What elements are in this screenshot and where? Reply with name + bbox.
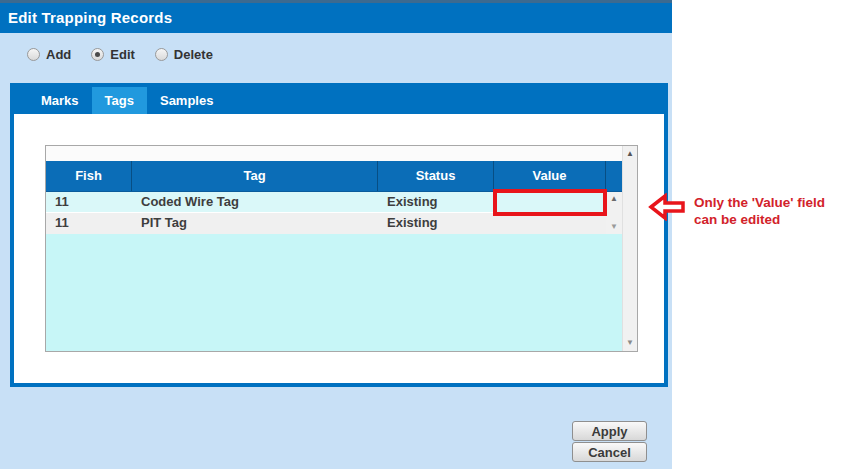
tab-tags[interactable]: Tags: [92, 87, 147, 114]
annotation-line1: Only the 'Value' field: [694, 194, 825, 211]
annotation-arrow-icon: [648, 193, 686, 221]
dialog-title-bar: Edit Trapping Records: [0, 0, 672, 33]
tab-bar: Marks Tags Samples: [14, 87, 664, 114]
radio-button-icon[interactable]: [155, 48, 168, 61]
cell-fish: 11: [46, 213, 132, 234]
grid-empty-area: [46, 234, 622, 351]
cell-tag: Coded Wire Tag: [132, 192, 378, 212]
column-header-fish: Fish: [46, 161, 132, 191]
radio-edit-label: Edit: [110, 47, 135, 62]
cell-status: Existing: [378, 213, 494, 234]
value-cell-highlight: [493, 189, 607, 216]
column-header-status: Status: [378, 161, 494, 191]
apply-button[interactable]: Apply: [572, 421, 647, 441]
column-header-filler: [606, 161, 622, 191]
grid-top-strip: [46, 146, 622, 161]
tab-samples[interactable]: Samples: [147, 87, 226, 114]
scroll-down-icon[interactable]: ▼: [626, 339, 634, 347]
scroll-up-icon[interactable]: ▲: [626, 150, 634, 158]
tab-marks[interactable]: Marks: [28, 87, 92, 114]
annotation-line2: can be edited: [694, 211, 825, 228]
scroll-up-icon[interactable]: ▲: [610, 195, 618, 203]
dialog-title: Edit Trapping Records: [0, 3, 672, 32]
mode-radio-group: Add Edit Delete: [27, 47, 233, 62]
cancel-button[interactable]: Cancel: [572, 442, 647, 462]
rows-scrollbar-vertical[interactable]: ▲ ▼: [606, 192, 622, 234]
cell-fish: 11: [46, 192, 132, 212]
cell-value-editable[interactable]: [494, 213, 606, 234]
radio-add[interactable]: Add: [27, 47, 71, 62]
cell-tag: PIT Tag: [132, 213, 378, 234]
grid-scrollbar-vertical[interactable]: ▲ ▼: [622, 146, 637, 351]
edit-trapping-records-dialog: Edit Trapping Records Add Edit Delete Ma…: [0, 0, 672, 469]
grid-header-row: Fish Tag Status Value: [46, 161, 622, 192]
column-header-tag: Tag: [132, 161, 378, 191]
radio-delete-label: Delete: [174, 47, 213, 62]
table-row[interactable]: 11 PIT Tag Existing: [46, 213, 606, 234]
grid-main: Fish Tag Status Value 11 Coded Wire Tag …: [46, 146, 622, 351]
records-grid: Fish Tag Status Value 11 Coded Wire Tag …: [45, 145, 638, 352]
column-header-value: Value: [494, 161, 606, 191]
radio-add-label: Add: [46, 47, 71, 62]
cell-status: Existing: [378, 192, 494, 212]
annotation-text: Only the 'Value' field can be edited: [694, 194, 825, 228]
radio-button-icon[interactable]: [91, 48, 104, 61]
radio-delete[interactable]: Delete: [155, 47, 213, 62]
radio-edit[interactable]: Edit: [91, 47, 135, 62]
radio-button-icon[interactable]: [27, 48, 40, 61]
scroll-down-icon[interactable]: ▼: [610, 223, 618, 231]
